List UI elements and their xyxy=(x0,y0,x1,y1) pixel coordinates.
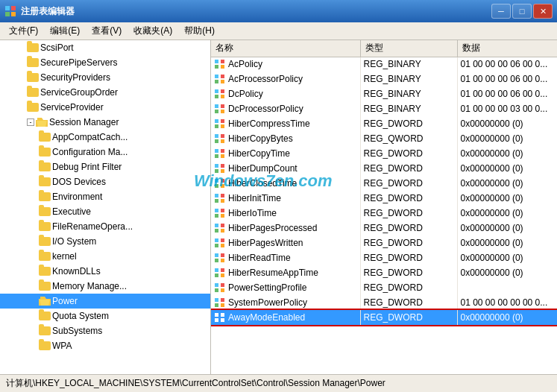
tree-item-executive[interactable]: Executive xyxy=(0,204,210,219)
svg-rect-19 xyxy=(221,95,224,98)
tree-item-filerename[interactable]: FileRenameOpera... xyxy=(0,219,210,234)
reg-name-cell: HiberCopyBytes xyxy=(211,131,360,146)
tree-label-scsiport: ScsiPort xyxy=(40,42,74,53)
svg-rect-55 xyxy=(221,229,224,233)
svg-rect-73 xyxy=(221,298,224,302)
tree-item-serviceprovider[interactable]: ServiceProvider xyxy=(0,100,210,115)
table-row[interactable]: HiberReadTimeREG_DWORD0x00000000 (0) xyxy=(211,250,557,265)
table-row[interactable]: SystemPowerPolicyREG_DWORD01 00 00 00 00… xyxy=(211,295,557,310)
table-row[interactable]: HiberDumpCountREG_DWORD0x00000000 (0) xyxy=(211,161,557,176)
tree-item-configman[interactable]: Configuration Ma... xyxy=(0,145,210,159)
table-row[interactable]: AwayModeEnabledREG_DWORD0x00000000 (0) xyxy=(211,310,557,325)
minimize-button[interactable]: ─ xyxy=(491,4,511,19)
reg-type-cell: REG_DWORD xyxy=(360,116,457,131)
folder-icon xyxy=(39,176,51,188)
tree-label-debugprint: Debug Print Filter xyxy=(52,162,122,172)
tree-label-environment: Environment xyxy=(52,192,102,202)
svg-rect-65 xyxy=(221,268,224,272)
tree-item-iosystem[interactable]: I/O System xyxy=(0,234,210,249)
tree-item-subsystems[interactable]: SubSystems xyxy=(0,323,210,338)
reg-name-cell: DcProcessorPolicy xyxy=(211,101,360,116)
table-row[interactable]: HiberClosedTimeREG_DWORD0x00000000 (0) xyxy=(211,176,557,191)
tree-item-quotasystem[interactable]: Quota System xyxy=(0,309,210,323)
tree-item-securepipe[interactable]: SecurePipeServers xyxy=(0,55,210,70)
folder-icon xyxy=(39,250,51,262)
reg-data-cell: 0x00000000 (0) xyxy=(457,191,557,206)
svg-rect-50 xyxy=(215,214,218,218)
tree-item-servicegrouporder[interactable]: ServiceGroupOrder xyxy=(0,85,210,100)
tree-item-dosdevices[interactable]: DOS Devices xyxy=(0,174,210,189)
menu-file[interactable]: 文件(F) xyxy=(3,23,44,39)
svg-rect-3 xyxy=(11,12,16,16)
tree-item-wpa[interactable]: WPA xyxy=(0,338,210,353)
reg-name-cell: HiberCompressTime xyxy=(211,116,360,131)
maximize-button[interactable]: □ xyxy=(512,4,532,19)
registry-panel[interactable]: 名称 类型 数据 AcPolicyREG_BINARY01 00 00 00 0… xyxy=(211,40,557,374)
table-row[interactable]: HiberCopyTimeREG_DWORD0x00000000 (0) xyxy=(211,146,557,161)
folder-icon xyxy=(39,325,51,337)
table-row[interactable]: HiberResumeAppTimeREG_DWORD0x00000000 (0… xyxy=(211,265,557,280)
table-row[interactable]: HiberInitTimeREG_DWORD0x00000000 (0) xyxy=(211,191,557,206)
tree-label-configman: Configuration Ma... xyxy=(52,147,128,157)
svg-rect-26 xyxy=(215,124,218,128)
svg-rect-35 xyxy=(221,154,224,158)
menu-favorites[interactable]: 收藏夹(A) xyxy=(128,23,178,39)
svg-rect-43 xyxy=(221,184,224,188)
reg-type-cell: REG_DWORD xyxy=(360,280,457,295)
svg-rect-39 xyxy=(221,169,224,173)
tree-item-knowndlls[interactable]: KnownDLLs xyxy=(0,264,210,279)
tree-item-security[interactable]: SecurityProviders xyxy=(0,70,210,85)
status-bar: 计算机\HKEY_LOCAL_MACHINE\SYSTEM\CurrentCon… xyxy=(0,374,557,392)
tree-item-sessionmanager[interactable]: - Session Manager xyxy=(0,115,210,130)
svg-rect-58 xyxy=(215,244,218,247)
reg-data-cell: 0x00000000 (0) xyxy=(457,265,557,280)
col-data: 数据 xyxy=(457,40,557,57)
tree-item-power[interactable]: Power xyxy=(0,294,210,309)
menu-bar: 文件(F) 编辑(E) 查看(V) 收藏夹(A) 帮助(H) xyxy=(0,22,557,40)
svg-rect-77 xyxy=(221,313,224,317)
table-row[interactable]: HiberCopyBytesREG_QWORD0x00000000 (0) xyxy=(211,131,557,146)
close-button[interactable]: ✕ xyxy=(533,4,553,19)
tree-item-debugprint[interactable]: Debug Print Filter xyxy=(0,159,210,174)
table-row[interactable]: HiberCompressTimeREG_DWORD0x00000000 (0) xyxy=(211,116,557,131)
reg-data-cell xyxy=(457,280,557,295)
svg-rect-71 xyxy=(221,288,224,292)
tree-item-environment[interactable]: Environment xyxy=(0,189,210,204)
reg-name-cell: AcPolicy xyxy=(211,57,360,72)
menu-view[interactable]: 查看(V) xyxy=(86,23,128,39)
reg-name-cell: PowerSettingProfile xyxy=(211,280,360,295)
table-row[interactable]: DcPolicyREG_BINARY01 00 00 00 06 00 0... xyxy=(211,86,557,101)
svg-rect-53 xyxy=(221,224,224,227)
svg-rect-76 xyxy=(215,313,218,317)
svg-rect-13 xyxy=(221,75,224,78)
menu-edit[interactable]: 编辑(E) xyxy=(44,23,86,39)
reg-name-cell: HiberIoTime xyxy=(211,206,360,221)
menu-help[interactable]: 帮助(H) xyxy=(178,23,221,39)
svg-rect-40 xyxy=(215,179,218,183)
reg-type-cell: REG_BINARY xyxy=(360,72,457,86)
table-row[interactable]: HiberIoTimeREG_DWORD0x00000000 (0) xyxy=(211,206,557,221)
table-row[interactable]: PowerSettingProfileREG_DWORD xyxy=(211,280,557,295)
tree-item-memorymgr[interactable]: Memory Manage... xyxy=(0,279,210,294)
expand-icon-sessionmanager[interactable]: - xyxy=(27,118,34,126)
folder-icon xyxy=(39,310,51,322)
svg-rect-48 xyxy=(215,209,218,212)
window-title: 注册表编辑器 xyxy=(21,5,491,18)
tree-item-appcompat[interactable]: AppCompatCach... xyxy=(0,130,210,145)
col-type: 类型 xyxy=(360,40,457,57)
tree-label-executive: Executive xyxy=(52,206,91,217)
table-row[interactable]: HiberPagesWrittenREG_DWORD0x00000000 (0) xyxy=(211,235,557,250)
folder-open-icon xyxy=(39,295,51,307)
table-row[interactable]: AcProcessorPolicyREG_BINARY01 00 00 00 0… xyxy=(211,72,557,86)
table-row[interactable]: DcProcessorPolicyREG_BINARY01 00 00 00 0… xyxy=(211,101,557,116)
tree-label-sessionmanager: Session Manager xyxy=(49,117,119,127)
tree-panel[interactable]: ScsiPort SecurePipeServers SecurityProvi… xyxy=(0,40,211,374)
app-window: 注册表编辑器 ─ □ ✕ 文件(F) 编辑(E) 查看(V) 收藏夹(A) 帮助… xyxy=(0,0,557,392)
reg-type-cell: REG_DWORD xyxy=(360,206,457,221)
table-row[interactable]: HiberPagesProcessedREG_DWORD0x00000000 (… xyxy=(211,221,557,235)
svg-rect-12 xyxy=(215,75,218,78)
tree-item-scsiport[interactable]: ScsiPort xyxy=(0,40,210,55)
table-row[interactable]: AcPolicyREG_BINARY01 00 00 00 06 00 0... xyxy=(211,57,557,72)
tree-item-kernel[interactable]: kernel xyxy=(0,249,210,264)
tree-label-knowndlls: KnownDLLs xyxy=(52,266,101,276)
